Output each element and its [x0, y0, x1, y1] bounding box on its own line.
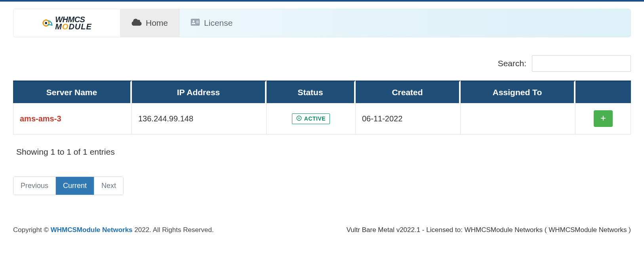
copyright-prefix: Copyright ©: [13, 226, 51, 234]
entries-info: Showing 1 to 1 of 1 entries: [13, 147, 631, 157]
svg-point-1: [45, 22, 48, 24]
th-created[interactable]: Created: [356, 81, 461, 103]
svg-rect-8: [601, 118, 606, 119]
cell-assigned-to: [461, 103, 575, 134]
th-status[interactable]: Status: [267, 81, 356, 103]
th-action: [575, 81, 631, 103]
search-label: Search:: [498, 59, 526, 68]
th-assigned-to[interactable]: Assigned To: [461, 81, 575, 103]
plus-icon: [600, 113, 606, 124]
nav-tab-home[interactable]: Home: [120, 9, 179, 37]
brand-text-line2-pre: M: [55, 22, 62, 31]
footer-company-link[interactable]: WHMCSModule Networks: [51, 226, 133, 234]
svg-rect-3: [46, 25, 46, 27]
cloud-icon: [131, 18, 142, 28]
play-circle-icon: [296, 115, 302, 122]
status-badge: ACTIVE: [292, 113, 330, 124]
server-name-link[interactable]: ams-ams-3: [20, 114, 61, 123]
add-button[interactable]: [594, 110, 613, 127]
search-input[interactable]: [532, 55, 631, 72]
pagination-next[interactable]: Next: [94, 177, 123, 195]
servers-table: Server Name IP Address Status Created As…: [13, 81, 631, 134]
search-bar: Search:: [13, 55, 631, 72]
copyright-suffix: 2022. All Rights Reserved.: [133, 226, 214, 234]
pagination-current[interactable]: Current: [56, 177, 94, 195]
table-row: ams-ams-3 136.244.99.148 ACTIVE 06-11-20…: [13, 103, 631, 134]
brand-text-line2-o: O: [62, 22, 69, 31]
nav-tab-license[interactable]: License: [179, 9, 244, 37]
svg-rect-4: [42, 23, 44, 23]
footer-right: Vultr Bare Metal v2022.1 - Licensed to: …: [347, 226, 631, 234]
status-text: ACTIVE: [304, 115, 326, 122]
cell-created: 06-11-2022: [356, 103, 461, 134]
footer: Copyright © WHMCSModule Networks 2022. A…: [13, 226, 631, 244]
id-card-icon: [191, 18, 200, 28]
gear-icon: [42, 17, 53, 29]
nav-tab-home-label: Home: [146, 18, 168, 28]
nav-tab-license-label: License: [204, 18, 232, 28]
th-ip-address[interactable]: IP Address: [132, 81, 267, 103]
footer-left: Copyright © WHMCSModule Networks 2022. A…: [13, 226, 214, 234]
cell-server-name: ams-ams-3: [13, 103, 132, 134]
svg-rect-5: [48, 23, 50, 23]
pagination-previous[interactable]: Previous: [13, 177, 56, 195]
svg-rect-2: [46, 19, 46, 21]
pagination: Previous Current Next: [13, 177, 124, 195]
brand-logo[interactable]: WHMCS MODULE: [13, 9, 120, 37]
cell-action: [575, 103, 631, 134]
table-header-row: Server Name IP Address Status Created As…: [13, 81, 631, 103]
cell-ip-address: 136.244.99.148: [132, 103, 267, 134]
th-server-name[interactable]: Server Name: [13, 81, 132, 103]
top-accent-bar: [0, 0, 644, 2]
brand-text-line2-post: DULE: [69, 22, 91, 31]
nav-tabs: WHMCS MODULE Home License: [13, 9, 631, 37]
cell-status: ACTIVE: [267, 103, 356, 134]
